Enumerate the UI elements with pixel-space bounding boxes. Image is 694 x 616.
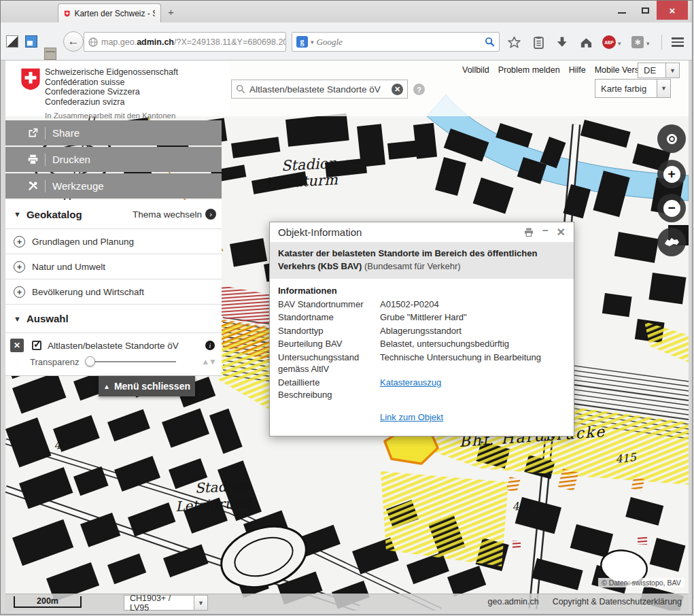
- tagline: In Zusammenarbeit mit den Kantonen: [45, 111, 178, 121]
- url-domain: admin.ch: [137, 37, 174, 47]
- arrow-right-circle-icon: ›: [205, 209, 216, 220]
- adblock-icon[interactable]: ABP: [602, 35, 617, 50]
- theme-switch-link[interactable]: Thema wechseln ›: [133, 209, 216, 220]
- printer-icon: [26, 154, 39, 165]
- browser-navbar: ← map.geo.admin.ch/?X=249138.11&Y=680698…: [1, 22, 692, 61]
- tab-title: Karten der Schweiz - Schweize...: [74, 9, 155, 18]
- plus-icon: +: [663, 166, 680, 183]
- swiss-favicon-icon: [64, 9, 70, 18]
- geokatalog-header[interactable]: ▼ Geokatalog Thema wechseln ›: [5, 200, 222, 228]
- downloads-icon[interactable]: [555, 35, 570, 50]
- adblock-dropdown-icon[interactable]: ▾: [618, 40, 621, 47]
- sidebar: Share Drucken Werkzeuge ▼ Geokatalog: [5, 120, 222, 396]
- home-icon[interactable]: [578, 35, 593, 50]
- bookmarks-menu-icon[interactable]: [531, 35, 546, 50]
- katasterauszug-link[interactable]: Katasterauszug: [380, 377, 441, 388]
- minimize-icon: [618, 12, 626, 14]
- titlebar: Karten der Schweiz - Schweize... + ×: [1, 1, 692, 22]
- layer-reorder-icons[interactable]: ▲▼: [201, 357, 216, 366]
- link-hilfe[interactable]: Hilfe: [569, 65, 586, 75]
- browser-window: Karten der Schweiz - Schweize... + × ← m…: [0, 0, 693, 615]
- close-window-button[interactable]: ×: [657, 1, 688, 20]
- browser-search-bar[interactable]: g ▾: [292, 32, 500, 52]
- transparency-slider[interactable]: [86, 361, 176, 362]
- slider-knob[interactable]: [85, 356, 95, 366]
- minimize-button[interactable]: [610, 1, 634, 20]
- triangle-up-icon: ▲: [103, 383, 110, 390]
- link-vollbild[interactable]: Vollbild: [462, 65, 489, 75]
- popup-title: Objekt-Information: [278, 226, 362, 238]
- object-link[interactable]: Link zum Objekt: [380, 412, 443, 422]
- category-natur[interactable]: + Natur und Umwelt: [5, 254, 222, 279]
- map-search-box[interactable]: ✕: [231, 80, 408, 99]
- popup-titlebar[interactable]: Objekt-Information – ✕: [270, 222, 574, 242]
- link-problem-melden[interactable]: Problem melden: [498, 65, 560, 75]
- info-row: Detaillierte Beschreibung Katasterauszug: [278, 377, 566, 400]
- expand-plus-icon: +: [14, 286, 25, 298]
- sidebar-item-werkzeuge[interactable]: Werkzeuge: [5, 173, 222, 199]
- addon-icon[interactable]: ✱: [630, 35, 645, 50]
- layer-checkbox[interactable]: ✓: [32, 341, 41, 350]
- label-406b: 406: [511, 498, 534, 513]
- search-engine-dropdown-icon[interactable]: ▾: [311, 39, 314, 46]
- sidebar-item-share[interactable]: Share: [5, 120, 222, 146]
- language-select[interactable]: DE▼: [638, 63, 680, 78]
- site-link[interactable]: geo.admin.ch: [488, 597, 539, 606]
- zoom-to-switzerland-button[interactable]: [657, 228, 686, 256]
- zoom-in-button[interactable]: +: [657, 160, 686, 188]
- category-grundlagen[interactable]: + Grundlagen und Planung: [5, 228, 222, 254]
- header-links: Vollbild Problem melden Hilfe Mobile Ver…: [462, 65, 650, 75]
- archive-addon-icon[interactable]: [44, 48, 56, 60]
- swiss-coat-of-arms-icon: [19, 67, 42, 91]
- url-path: /?X=249138.11&Y=680698.20&zoom=9&lang=de…: [174, 37, 286, 47]
- new-tab-button[interactable]: +: [168, 6, 174, 18]
- chevron-down-icon: ▼: [657, 80, 670, 97]
- toolbar-separator: [661, 35, 662, 50]
- addon-dropdown-icon[interactable]: ▾: [646, 40, 650, 47]
- close-menu-button[interactable]: ▲ Menü schliessen: [99, 376, 195, 396]
- switzerland-outline-icon: [663, 236, 680, 248]
- menu-hamburger-icon[interactable]: [672, 37, 684, 49]
- projection-select[interactable]: CH1903+ / LV95 ▼: [124, 595, 208, 611]
- browser-search-input[interactable]: [317, 37, 482, 48]
- remove-layer-button[interactable]: ✕: [10, 339, 24, 352]
- maximize-icon: [642, 7, 649, 14]
- share-icon: [26, 127, 39, 139]
- label-stadion-hardturm: Stadion: [281, 155, 337, 174]
- clear-search-icon[interactable]: ✕: [392, 84, 403, 95]
- popup-subtitle: Kataster der belasteten Standorte im Ber…: [270, 242, 574, 279]
- basemap-select[interactable]: Karte farbig▼: [595, 79, 671, 98]
- object-information-popup: Objekt-Information – ✕ Kataster der bela…: [269, 222, 574, 437]
- browser-tab[interactable]: Karten der Schweiz - Schweize...: [58, 3, 161, 22]
- search-go-icon[interactable]: [485, 37, 495, 47]
- organization-name: Schweizerische Eidgenossenschaft Confédé…: [45, 67, 178, 121]
- bookmark-star-icon[interactable]: [506, 35, 521, 50]
- maximize-button[interactable]: [634, 1, 657, 20]
- copyright-link[interactable]: Copyright & Datenschutzerklärung: [553, 597, 682, 606]
- layer-info-icon[interactable]: i: [205, 341, 215, 350]
- auswahl-header[interactable]: ▼ Auswahl: [5, 304, 222, 332]
- expand-plus-icon: +: [14, 236, 25, 247]
- close-popup-icon[interactable]: ✕: [557, 226, 566, 239]
- back-button[interactable]: ←: [63, 31, 84, 52]
- zoom-out-button[interactable]: −: [657, 194, 686, 222]
- info-row: StandortnameGrube "Mittlerer Hard": [278, 311, 566, 324]
- minimize-popup-icon[interactable]: –: [542, 224, 549, 237]
- window-addon-icon[interactable]: [25, 35, 37, 48]
- geolocate-button[interactable]: [657, 124, 686, 153]
- collapse-triangle-icon: ▼: [14, 210, 21, 218]
- popup-section-title: Informationen: [278, 286, 566, 296]
- category-bevoelkerung[interactable]: + Bevölkerung und Wirtschaft: [5, 279, 222, 304]
- bottom-bar: 200m CH1903+ / LV95 ▼ geo.admin.ch Copyr…: [5, 594, 689, 611]
- globe-icon: [88, 37, 98, 47]
- label-415: 415: [614, 451, 637, 466]
- sidebar-item-drucken[interactable]: Drucken: [5, 147, 222, 172]
- scale-bar: 200m: [14, 596, 82, 608]
- map-search-input[interactable]: [249, 84, 387, 95]
- print-icon[interactable]: [523, 227, 534, 237]
- search-help-button[interactable]: ?: [413, 84, 425, 95]
- image-addon-icon[interactable]: [6, 35, 18, 48]
- map-attribution[interactable]: © Daten: swisstopo, BAV: [598, 578, 684, 587]
- url-bar[interactable]: map.geo.admin.ch/?X=249138.11&Y=680698.2…: [84, 32, 286, 52]
- geolocate-icon: [667, 134, 677, 144]
